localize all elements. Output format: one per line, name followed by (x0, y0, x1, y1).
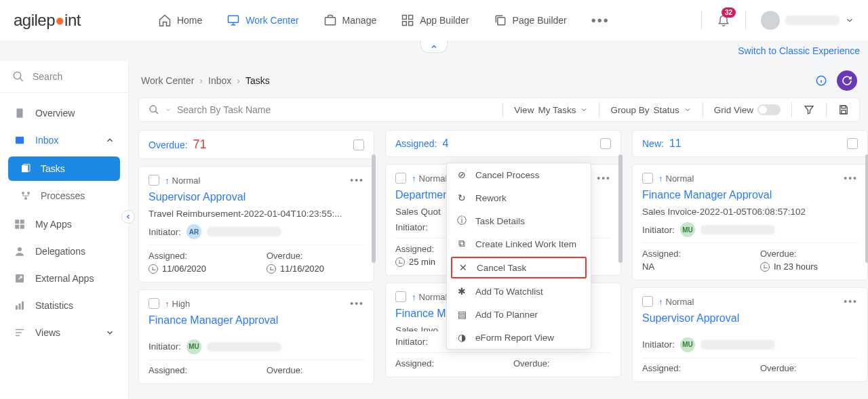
toggle-switch[interactable] (757, 104, 781, 115)
priority-badge: ↑Normal (412, 292, 447, 302)
sidebar-item-overview[interactable]: Overview (0, 100, 128, 127)
card-menu-button[interactable]: ••• (844, 296, 858, 307)
task-checkbox[interactable] (149, 298, 159, 309)
task-checkbox[interactable] (395, 291, 406, 302)
topbar-right: 32 (701, 11, 854, 30)
card-menu-button[interactable]: ••• (597, 173, 611, 184)
ctx-task-details[interactable]: ⓘTask Details (447, 209, 591, 232)
task-title[interactable]: Supervisor Approval (642, 312, 858, 324)
view-selector[interactable]: View My Tasks (514, 105, 588, 115)
chevron-up-icon (430, 43, 438, 51)
scrollbar[interactable] (618, 154, 623, 263)
nav-work-center[interactable]: Work Center (217, 8, 308, 33)
chevron-down-icon (684, 106, 692, 114)
column-assigned: Assigned: 4 ↑Normal ••• Department Sales… (385, 130, 621, 399)
task-checkbox[interactable] (395, 173, 406, 184)
arrow-up-icon: ↑ (165, 175, 170, 186)
svg-rect-0 (229, 16, 239, 22)
info-icon[interactable] (815, 75, 827, 87)
initiator-label: Initiator: (149, 227, 181, 237)
task-title[interactable]: Finance Manager Approval (149, 314, 364, 327)
task-checkbox[interactable] (642, 296, 653, 307)
sidebar-item-tasks[interactable]: Tasks (8, 156, 120, 181)
ctx-linked-work-item[interactable]: ⧉Create Linked Work Item (447, 232, 591, 255)
column-header-new: New: 11 (632, 130, 868, 157)
sidebar-item-delegations[interactable]: Delegations (0, 238, 128, 265)
ctx-label: Create Linked Work Item (475, 239, 576, 249)
svg-rect-2 (403, 16, 407, 20)
clock-icon (267, 264, 276, 274)
task-subtitle: Sales Invoice-2022-01-05T06:08:57:102 (149, 332, 364, 334)
overdue-label: Overdue: (760, 249, 858, 259)
ctx-add-planner[interactable]: ▤Add To Planner (447, 303, 591, 326)
sidebar-item-statistics[interactable]: Statistics (0, 292, 128, 319)
svg-rect-18 (20, 225, 24, 229)
assigned-label: Assigned: (395, 358, 493, 369)
nav-app-builder-label: App Builder (420, 15, 469, 26)
select-all-checkbox[interactable] (353, 140, 364, 150)
select-all-checkbox[interactable] (847, 138, 858, 149)
task-title[interactable]: Supervisor Approval (149, 191, 364, 203)
save-icon[interactable] (837, 104, 850, 116)
sidebar-item-processes[interactable]: Processes (8, 184, 120, 208)
separator (502, 102, 503, 117)
initiator-name (701, 225, 775, 234)
refresh-button[interactable] (837, 70, 857, 91)
nav-home[interactable]: Home (149, 8, 212, 33)
crumb-work-center[interactable]: Work Center (141, 75, 194, 86)
task-card[interactable]: ↑Normal ••• Supervisor Approval Travel R… (138, 166, 374, 282)
user-menu[interactable] (761, 11, 854, 30)
task-title[interactable]: Finance Manager Approval (642, 189, 858, 201)
ctx-eform-report[interactable]: ◑eForm Report View (447, 326, 591, 349)
crumb-sep: › (237, 75, 240, 86)
nav-page-builder[interactable]: Page Builder (484, 8, 576, 33)
svg-rect-1 (325, 18, 335, 25)
divider (642, 243, 858, 243)
main-content: Work Center › Inbox › Tasks Search By Ta… (129, 61, 868, 399)
priority-badge: ↑Normal (658, 297, 694, 307)
filter-icon[interactable] (803, 104, 815, 116)
task-card[interactable]: ↑Normal ••• Supervisor Approval Travel R… (632, 287, 868, 382)
groupby-label: Group By (610, 105, 649, 115)
arrow-up-icon: ↑ (165, 299, 170, 309)
scrollbar[interactable] (865, 154, 868, 263)
nav-app-builder[interactable]: App Builder (391, 8, 478, 33)
expand-handle[interactable] (420, 41, 448, 53)
nav-more[interactable]: ••• (582, 7, 619, 34)
sidebar-item-inbox[interactable]: Inbox (0, 127, 128, 154)
scrollbar[interactable] (372, 154, 376, 263)
task-checkbox[interactable] (642, 173, 653, 184)
card-menu-button[interactable]: ••• (844, 173, 858, 184)
sidebar-item-myapps[interactable]: My Apps (0, 211, 128, 238)
task-card[interactable]: ↑High ••• Finance Manager Approval Sales… (138, 289, 374, 384)
logo[interactable]: agilep●int (14, 11, 81, 30)
task-card[interactable]: ↑Normal ••• Finance Manager Approval Sal… (632, 164, 868, 280)
overdue-label: Overdue: (149, 140, 188, 150)
priority-badge: ↑Normal (658, 173, 694, 184)
card-menu-button[interactable]: ••• (350, 298, 364, 309)
ctx-add-watchlist[interactable]: ✱Add To Watchlist (447, 280, 591, 303)
card-menu-button[interactable]: ••• (350, 175, 364, 186)
task-checkbox[interactable] (149, 175, 159, 186)
ctx-cancel-task[interactable]: ✕Cancel Task (451, 257, 587, 278)
notifications-button[interactable]: 32 (717, 13, 730, 28)
crumb-inbox[interactable]: Inbox (208, 75, 231, 86)
svg-rect-23 (22, 301, 24, 310)
sidebar-item-external[interactable]: External Apps (0, 265, 128, 292)
select-all-checkbox[interactable] (600, 138, 611, 149)
priority-text: Normal (666, 297, 694, 307)
ctx-cancel-process[interactable]: ⊘Cancel Process (447, 163, 591, 186)
priority-text: Normal (666, 173, 694, 184)
nav-manage[interactable]: Manage (314, 8, 387, 33)
sidebar-search[interactable]: Search (0, 61, 128, 93)
ctx-label: Cancel Task (477, 263, 526, 273)
search-icon (149, 104, 159, 115)
logo-dot: ● (55, 11, 64, 29)
task-search[interactable]: Search By Task Name (149, 104, 492, 115)
logo-text-b: int (64, 11, 81, 29)
switch-classic-link[interactable]: Switch to Classic Experience (738, 45, 860, 56)
grid-view-toggle[interactable]: Grid View (714, 104, 781, 115)
sidebar-item-views[interactable]: Views (0, 319, 128, 346)
groupby-selector[interactable]: Group By Status (610, 105, 691, 115)
ctx-rework[interactable]: ↻Rework (447, 186, 591, 209)
